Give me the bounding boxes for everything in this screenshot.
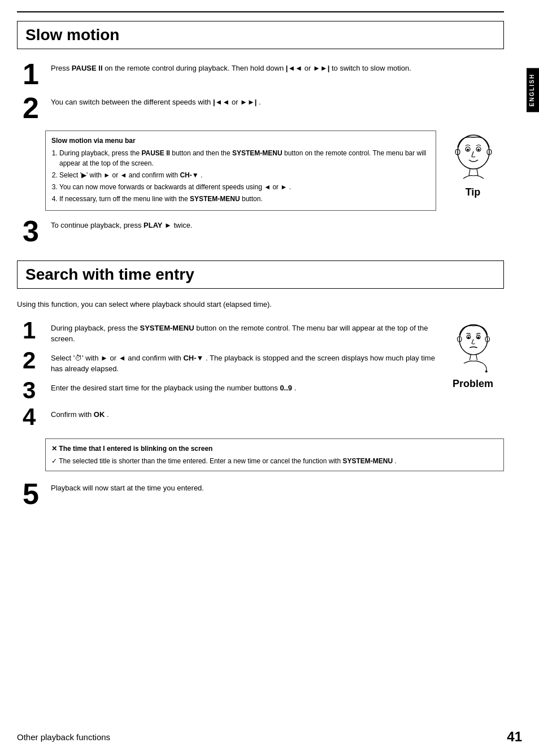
problem-box-heading: ✕ The time that I entered is blinking on… bbox=[51, 444, 498, 454]
steps-left: 1 During playback, press the SYSTEM-MENU… bbox=[23, 319, 436, 433]
footer-page-number: 41 bbox=[507, 729, 522, 745]
s2-step4-row: 4 Confirm with OK . bbox=[23, 406, 436, 428]
section2-steps-1-4: 1 During playback, press the SYSTEM-MENU… bbox=[23, 319, 504, 433]
problem-list: The selected title is shorter than the t… bbox=[51, 456, 498, 466]
step3-number: 3 bbox=[23, 216, 51, 246]
svg-line-8 bbox=[477, 169, 478, 176]
s2-step3-text: Enter the desired start time for the pla… bbox=[51, 379, 436, 394]
s2-step1-row: 1 During playback, press the SYSTEM-MENU… bbox=[23, 319, 436, 345]
section2-title: Search with time entry bbox=[25, 266, 495, 284]
tip-item-2: Select '▶' with ► or ◄ and confirm with … bbox=[59, 170, 430, 180]
tip-heading: Slow motion via menu bar bbox=[51, 136, 430, 146]
s2-step5-number: 5 bbox=[23, 479, 51, 509]
svg-point-3 bbox=[467, 149, 469, 151]
section1-title-box: Slow motion bbox=[17, 21, 504, 49]
section2-intro: Using this function, you can select wher… bbox=[17, 299, 504, 310]
s2-step2-number: 2 bbox=[23, 349, 51, 372]
s2-step3-row: 3 Enter the desired start time for the p… bbox=[23, 379, 436, 402]
s2-step3-number: 3 bbox=[23, 379, 51, 402]
footer-title: Other playback functions bbox=[17, 732, 110, 742]
section2-title-box: Search with time entry bbox=[17, 260, 504, 289]
s2-step2-row: 2 Select '⏱' with ► or ◄ and confirm wit… bbox=[23, 349, 436, 375]
svg-line-16 bbox=[470, 354, 471, 360]
tip-label: Tip bbox=[466, 186, 481, 198]
step1-text: Press PAUSE II on the remote control dur… bbox=[51, 59, 504, 74]
section1-steps-1-2: 1 Press PAUSE II on the remote control d… bbox=[23, 59, 504, 123]
s2-step2-text: Select '⏱' with ► or ◄ and confirm with … bbox=[51, 349, 436, 375]
problem-box: ✕ The time that I entered is blinking on… bbox=[45, 438, 504, 471]
s2-step1-number: 1 bbox=[23, 319, 51, 342]
s2-step1-text: During playback, press the SYSTEM-MENU b… bbox=[51, 319, 436, 345]
s2-step4-number: 4 bbox=[23, 406, 51, 428]
step2-number: 2 bbox=[23, 93, 51, 123]
problem-face-svg bbox=[447, 319, 498, 376]
step3-row: 3 To continue playback, press PLAY ► twi… bbox=[23, 216, 504, 246]
s2-step5-text: Playback will now start at the time you … bbox=[51, 479, 504, 494]
step3-text: To continue playback, press PLAY ► twice… bbox=[51, 216, 504, 231]
tip-illustration: Tip bbox=[442, 131, 504, 198]
tip-box: Slow motion via menu bar During playback… bbox=[45, 131, 436, 211]
step1-row: 1 Press PAUSE II on the remote control d… bbox=[23, 59, 504, 89]
tip-item-3: You can now move forwards or backwards a… bbox=[59, 182, 430, 192]
tip-item-1: During playback, press the PAUSE II butt… bbox=[59, 148, 430, 168]
tip-item-4: If necessary, turn off the menu line wit… bbox=[59, 194, 430, 204]
page-footer: Other playback functions 41 bbox=[17, 729, 522, 745]
language-tab: ENGLISH bbox=[527, 68, 539, 112]
svg-point-12 bbox=[467, 336, 470, 338]
section1-title: Slow motion bbox=[25, 26, 495, 44]
problem-label: Problem bbox=[453, 378, 493, 390]
language-label: ENGLISH bbox=[529, 73, 535, 106]
tip-face-svg bbox=[446, 131, 500, 184]
svg-point-4 bbox=[477, 149, 480, 151]
problem-illustration: Problem bbox=[442, 319, 504, 390]
svg-point-18 bbox=[485, 370, 488, 372]
tip-wrapper: Slow motion via menu bar During playback… bbox=[45, 131, 504, 211]
s2-step4-text: Confirm with OK . bbox=[51, 406, 436, 420]
svg-point-13 bbox=[477, 336, 480, 338]
step2-row: 2 You can switch between the different s… bbox=[23, 93, 504, 123]
tip-list: During playback, press the PAUSE II butt… bbox=[59, 148, 430, 204]
problem-item: The selected title is shorter than the t… bbox=[51, 456, 498, 466]
step1-number: 1 bbox=[23, 59, 51, 89]
step2-text: You can switch between the different spe… bbox=[51, 93, 504, 108]
s2-step5-row: 5 Playback will now start at the time yo… bbox=[23, 479, 504, 509]
svg-line-7 bbox=[469, 169, 470, 176]
svg-line-17 bbox=[476, 354, 477, 360]
top-rule bbox=[17, 11, 504, 12]
